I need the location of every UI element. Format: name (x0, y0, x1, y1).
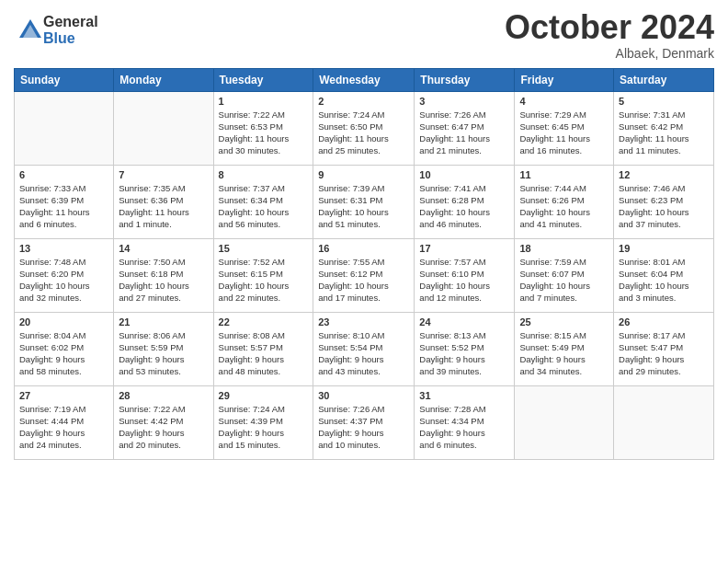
col-wednesday: Wednesday (313, 68, 415, 91)
day-number: 11 (519, 169, 609, 180)
day-number: 4 (519, 96, 609, 107)
calendar-cell: 14Sunrise: 7:50 AMSunset: 6:18 PMDayligh… (114, 238, 213, 312)
month-title: October 2024 (505, 9, 714, 46)
day-info: Sunrise: 7:31 AMSunset: 6:42 PMDaylight:… (619, 109, 709, 157)
calendar-cell: 3Sunrise: 7:26 AMSunset: 6:47 PMDaylight… (415, 91, 515, 165)
day-info: Sunrise: 8:10 AMSunset: 5:54 PMDaylight:… (318, 329, 409, 378)
calendar-cell: 2Sunrise: 7:24 AMSunset: 6:50 PMDaylight… (313, 91, 415, 165)
day-info: Sunrise: 7:22 AMSunset: 4:42 PMDaylight:… (119, 403, 208, 452)
day-info: Sunrise: 8:08 AMSunset: 5:57 PMDaylight:… (219, 329, 309, 378)
week-row-2: 6Sunrise: 7:33 AMSunset: 6:39 PMDaylight… (15, 165, 714, 238)
calendar-cell: 16Sunrise: 7:55 AMSunset: 6:12 PMDayligh… (313, 238, 415, 312)
location-subtitle: Albaek, Denmark (505, 46, 714, 61)
calendar-cell: 9Sunrise: 7:39 AMSunset: 6:31 PMDaylight… (313, 165, 415, 238)
day-number: 16 (318, 243, 409, 254)
col-friday: Friday (515, 68, 614, 91)
day-info: Sunrise: 7:33 AMSunset: 6:39 PMDaylight:… (19, 182, 108, 231)
calendar-cell: 17Sunrise: 7:57 AMSunset: 6:10 PMDayligh… (415, 238, 515, 312)
day-number: 5 (619, 96, 709, 107)
day-number: 2 (318, 96, 409, 107)
logo-blue: Blue (43, 30, 98, 47)
day-info: Sunrise: 7:50 AMSunset: 6:18 PMDaylight:… (119, 256, 208, 304)
calendar-cell: 30Sunrise: 7:26 AMSunset: 4:37 PMDayligh… (313, 385, 415, 459)
weekday-row: Sunday Monday Tuesday Wednesday Thursday… (15, 68, 714, 91)
day-info: Sunrise: 7:24 AMSunset: 4:39 PMDaylight:… (219, 403, 309, 452)
week-row-5: 27Sunrise: 7:19 AMSunset: 4:44 PMDayligh… (15, 385, 714, 459)
day-info: Sunrise: 7:26 AMSunset: 6:47 PMDaylight:… (419, 109, 509, 157)
day-info: Sunrise: 7:24 AMSunset: 6:50 PMDaylight:… (318, 109, 409, 157)
calendar-cell: 21Sunrise: 8:06 AMSunset: 5:59 PMDayligh… (114, 312, 213, 385)
calendar-cell: 10Sunrise: 7:41 AMSunset: 6:28 PMDayligh… (415, 165, 515, 238)
calendar-cell: 25Sunrise: 8:15 AMSunset: 5:49 PMDayligh… (515, 312, 614, 385)
day-number: 18 (519, 243, 609, 254)
day-info: Sunrise: 8:01 AMSunset: 6:04 PMDaylight:… (619, 256, 709, 304)
day-number: 15 (219, 243, 309, 254)
calendar-cell: 5Sunrise: 7:31 AMSunset: 6:42 PMDaylight… (614, 91, 714, 165)
calendar-cell: 20Sunrise: 8:04 AMSunset: 6:02 PMDayligh… (15, 312, 114, 385)
calendar-table: Sunday Monday Tuesday Wednesday Thursday… (14, 68, 714, 460)
calendar-cell: 23Sunrise: 8:10 AMSunset: 5:54 PMDayligh… (313, 312, 415, 385)
calendar-cell: 22Sunrise: 8:08 AMSunset: 5:57 PMDayligh… (213, 312, 313, 385)
logo-icon (17, 17, 43, 43)
day-number: 24 (419, 316, 509, 327)
day-info: Sunrise: 7:28 AMSunset: 4:34 PMDaylight:… (419, 403, 509, 452)
day-number: 22 (219, 316, 309, 327)
calendar-cell: 6Sunrise: 7:33 AMSunset: 6:39 PMDaylight… (15, 165, 114, 238)
week-row-4: 20Sunrise: 8:04 AMSunset: 6:02 PMDayligh… (15, 312, 714, 385)
calendar-header: Sunday Monday Tuesday Wednesday Thursday… (15, 68, 714, 91)
day-info: Sunrise: 7:52 AMSunset: 6:15 PMDaylight:… (219, 256, 309, 304)
calendar-cell: 12Sunrise: 7:46 AMSunset: 6:23 PMDayligh… (614, 165, 714, 238)
day-number: 3 (419, 96, 509, 107)
header: General Blue October 2024 Albaek, Denmar… (14, 9, 714, 61)
day-info: Sunrise: 7:39 AMSunset: 6:31 PMDaylight:… (318, 182, 409, 231)
day-number: 7 (119, 169, 208, 180)
calendar-cell: 31Sunrise: 7:28 AMSunset: 4:34 PMDayligh… (415, 385, 515, 459)
day-number: 27 (19, 390, 108, 401)
day-number: 31 (419, 390, 509, 401)
logo-text: General Blue (43, 14, 98, 46)
calendar-cell: 18Sunrise: 7:59 AMSunset: 6:07 PMDayligh… (515, 238, 614, 312)
col-saturday: Saturday (614, 68, 714, 91)
day-number: 14 (119, 243, 208, 254)
calendar-cell: 15Sunrise: 7:52 AMSunset: 6:15 PMDayligh… (213, 238, 313, 312)
day-number: 9 (318, 169, 409, 180)
calendar-body: 1Sunrise: 7:22 AMSunset: 6:53 PMDaylight… (15, 91, 714, 459)
calendar-cell: 26Sunrise: 8:17 AMSunset: 5:47 PMDayligh… (614, 312, 714, 385)
day-info: Sunrise: 7:55 AMSunset: 6:12 PMDaylight:… (318, 256, 409, 304)
calendar-cell: 13Sunrise: 7:48 AMSunset: 6:20 PMDayligh… (15, 238, 114, 312)
day-number: 20 (19, 316, 108, 327)
calendar-cell: 27Sunrise: 7:19 AMSunset: 4:44 PMDayligh… (15, 385, 114, 459)
day-number: 12 (619, 169, 709, 180)
day-number: 21 (119, 316, 208, 327)
calendar-cell (515, 385, 614, 459)
calendar-cell (15, 91, 114, 165)
calendar-cell: 7Sunrise: 7:35 AMSunset: 6:36 PMDaylight… (114, 165, 213, 238)
day-info: Sunrise: 7:22 AMSunset: 6:53 PMDaylight:… (219, 109, 309, 157)
day-number: 19 (619, 243, 709, 254)
page: General Blue October 2024 Albaek, Denmar… (0, 0, 728, 563)
day-number: 17 (419, 243, 509, 254)
calendar-cell (614, 385, 714, 459)
calendar-cell: 11Sunrise: 7:44 AMSunset: 6:26 PMDayligh… (515, 165, 614, 238)
col-monday: Monday (114, 68, 213, 91)
day-info: Sunrise: 7:26 AMSunset: 4:37 PMDaylight:… (318, 403, 409, 452)
day-info: Sunrise: 7:44 AMSunset: 6:26 PMDaylight:… (519, 182, 609, 231)
day-info: Sunrise: 8:17 AMSunset: 5:47 PMDaylight:… (619, 329, 709, 378)
day-number: 6 (19, 169, 108, 180)
week-row-3: 13Sunrise: 7:48 AMSunset: 6:20 PMDayligh… (15, 238, 714, 312)
day-info: Sunrise: 7:46 AMSunset: 6:23 PMDaylight:… (619, 182, 709, 231)
calendar-cell: 8Sunrise: 7:37 AMSunset: 6:34 PMDaylight… (213, 165, 313, 238)
calendar-cell: 24Sunrise: 8:13 AMSunset: 5:52 PMDayligh… (415, 312, 515, 385)
day-info: Sunrise: 8:15 AMSunset: 5:49 PMDaylight:… (519, 329, 609, 378)
day-number: 13 (19, 243, 108, 254)
calendar-cell: 28Sunrise: 7:22 AMSunset: 4:42 PMDayligh… (114, 385, 213, 459)
day-number: 1 (219, 96, 309, 107)
calendar-cell: 1Sunrise: 7:22 AMSunset: 6:53 PMDaylight… (213, 91, 313, 165)
col-tuesday: Tuesday (213, 68, 313, 91)
day-info: Sunrise: 8:04 AMSunset: 6:02 PMDaylight:… (19, 329, 108, 378)
day-info: Sunrise: 7:19 AMSunset: 4:44 PMDaylight:… (19, 403, 108, 452)
day-number: 30 (318, 390, 409, 401)
calendar-cell: 19Sunrise: 8:01 AMSunset: 6:04 PMDayligh… (614, 238, 714, 312)
day-number: 29 (219, 390, 309, 401)
week-row-1: 1Sunrise: 7:22 AMSunset: 6:53 PMDaylight… (15, 91, 714, 165)
